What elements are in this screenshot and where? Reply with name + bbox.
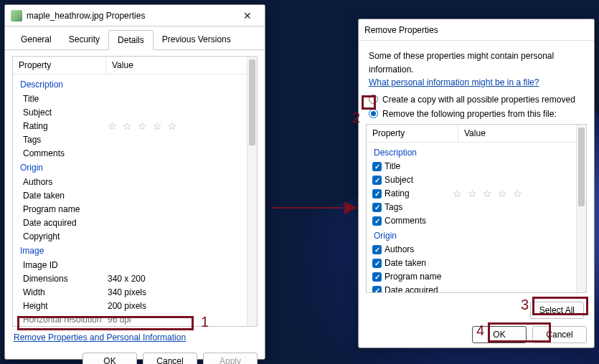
checkbox-icon[interactable]: ✓ xyxy=(372,245,382,254)
titlebar[interactable]: Remove Properties xyxy=(359,19,594,41)
property-list-header: Property Value xyxy=(13,57,257,75)
property-check-row[interactable]: ✓Subject xyxy=(367,173,576,187)
property-check-row[interactable]: ✓Tags xyxy=(367,201,576,214)
window-title: Remove Properties xyxy=(364,25,438,35)
scroll-thumb[interactable] xyxy=(578,128,585,206)
tab-previous-versions[interactable]: Previous Versions xyxy=(154,30,240,50)
property-list-header: Property Value xyxy=(367,125,586,143)
remove-properties-link[interactable]: Remove Properties and Personal Informati… xyxy=(12,327,187,345)
close-button[interactable]: ✕ xyxy=(233,7,262,24)
property-name: ✓Date taken xyxy=(372,258,453,268)
property-name: Height xyxy=(23,301,108,311)
property-name: ✓Program name xyxy=(372,272,453,282)
checkbox-icon[interactable]: ✓ xyxy=(372,272,382,282)
property-check-row[interactable]: ✓Title xyxy=(367,160,576,173)
property-check-row[interactable]: ✓Date taken xyxy=(367,257,576,270)
property-check-row[interactable]: ✓Date acquired xyxy=(367,284,576,292)
value-column-header[interactable]: Value xyxy=(106,57,257,74)
property-name: ✓Tags xyxy=(372,202,453,212)
section-header: Origin xyxy=(13,160,247,175)
property-check-row[interactable]: ✓Authors xyxy=(367,243,576,257)
personal-info-help-link[interactable]: What personal information might be in a … xyxy=(369,77,539,87)
property-row[interactable]: Program name xyxy=(13,202,247,216)
scrollbar[interactable] xyxy=(576,125,586,292)
file-thumbnail-icon xyxy=(11,10,22,21)
property-name: Image ID xyxy=(23,260,108,270)
remove-properties-dialog: Remove Properties Some of these properti… xyxy=(358,19,595,348)
cancel-button[interactable]: Cancel xyxy=(143,353,197,364)
tab-general[interactable]: General xyxy=(12,30,60,50)
property-row[interactable]: Comments xyxy=(13,146,247,160)
property-name: Authors xyxy=(23,177,108,187)
property-list: Property Value DescriptionTitleSubjectRa… xyxy=(12,56,258,327)
rating-stars-icon: ☆ ☆ ☆ ☆ ☆ xyxy=(453,188,524,199)
tab-security[interactable]: Security xyxy=(60,30,108,50)
property-check-row[interactable]: ✓Rating☆ ☆ ☆ ☆ ☆ xyxy=(367,187,576,201)
select-all-button[interactable]: Select All xyxy=(530,302,584,319)
property-name: ✓Date acquired xyxy=(372,285,453,292)
property-row[interactable]: Image ID xyxy=(13,258,247,272)
property-name: Program name xyxy=(23,204,108,214)
checkbox-icon[interactable]: ✓ xyxy=(372,189,382,198)
property-row[interactable]: Horizontal resolution96 dpi xyxy=(13,312,247,326)
property-column-header[interactable]: Property xyxy=(367,125,458,142)
property-row[interactable]: Rating☆ ☆ ☆ ☆ ☆ xyxy=(13,119,247,133)
property-name: Tags xyxy=(23,135,108,145)
annotation-arrow xyxy=(271,203,357,212)
property-name: ✓Title xyxy=(372,161,453,171)
property-check-row[interactable]: ✓Program name xyxy=(367,270,576,284)
section-header: Description xyxy=(13,77,247,92)
property-row[interactable]: Width340 pixels xyxy=(13,285,247,299)
property-name: ✓Subject xyxy=(372,175,453,185)
property-column-header[interactable]: Property xyxy=(13,57,106,74)
property-row[interactable]: Title xyxy=(13,92,247,105)
property-name: ✓Comments xyxy=(372,216,453,226)
property-name: Horizontal resolution xyxy=(23,315,108,325)
checkbox-icon[interactable]: ✓ xyxy=(372,259,382,268)
checkbox-icon[interactable]: ✓ xyxy=(372,216,382,226)
property-name: ✓Rating xyxy=(372,188,453,198)
property-name: ✓Authors xyxy=(372,244,453,254)
checkbox-icon[interactable]: ✓ xyxy=(372,286,382,292)
checkbox-icon[interactable]: ✓ xyxy=(372,162,382,171)
property-value: 200 pixels xyxy=(108,301,247,311)
property-check-row[interactable]: ✓Comments xyxy=(367,214,576,228)
cancel-button[interactable]: Cancel xyxy=(532,326,587,343)
ok-button[interactable]: OK xyxy=(82,353,137,364)
property-name: Rating xyxy=(23,121,108,131)
property-row[interactable]: Date acquired xyxy=(13,216,247,229)
ok-button[interactable]: OK xyxy=(472,326,527,343)
radio-remove-following[interactable]: Remove the following properties from thi… xyxy=(359,107,594,121)
radio-create-copy[interactable]: Create a copy with all possible properti… xyxy=(359,92,594,107)
property-name: Date taken xyxy=(23,191,108,201)
property-row[interactable]: Authors xyxy=(13,175,247,188)
radio-icon xyxy=(369,109,378,118)
apply-button[interactable]: Apply xyxy=(203,353,258,364)
property-value: ☆ ☆ ☆ ☆ ☆ xyxy=(108,120,247,132)
property-row[interactable]: Subject xyxy=(13,105,247,119)
property-row[interactable]: Copyright xyxy=(13,229,247,243)
close-icon: ✕ xyxy=(243,10,252,21)
property-value: 96 dpi xyxy=(108,315,247,325)
property-name: Dimensions xyxy=(23,274,108,284)
property-row[interactable]: Dimensions340 x 200 xyxy=(13,272,247,285)
property-value: ☆ ☆ ☆ ☆ ☆ xyxy=(453,188,576,199)
property-row[interactable]: Tags xyxy=(13,133,247,146)
scrollbar[interactable] xyxy=(247,57,257,326)
property-name: Title xyxy=(23,94,108,104)
dialog-button-row: OK Cancel Apply xyxy=(5,348,265,364)
property-name: Width xyxy=(23,287,108,297)
checkbox-icon[interactable]: ✓ xyxy=(372,176,382,185)
section-header: Image xyxy=(13,243,247,258)
tab-details[interactable]: Details xyxy=(108,30,154,50)
properties-dialog: maple_heathrow.jpg Properties ✕ GeneralS… xyxy=(4,4,265,360)
property-row[interactable]: Height200 pixels xyxy=(13,299,247,312)
scroll-thumb[interactable] xyxy=(249,59,255,145)
window-title: maple_heathrow.jpg Properties xyxy=(27,11,145,21)
titlebar[interactable]: maple_heathrow.jpg Properties ✕ xyxy=(5,5,265,27)
checkbox-icon[interactable]: ✓ xyxy=(372,203,382,212)
value-column-header[interactable]: Value xyxy=(458,125,586,142)
section-header: Description xyxy=(367,145,576,160)
tab-strip: GeneralSecurityDetailsPrevious Versions xyxy=(5,27,265,50)
property-row[interactable]: Date taken xyxy=(13,188,247,202)
